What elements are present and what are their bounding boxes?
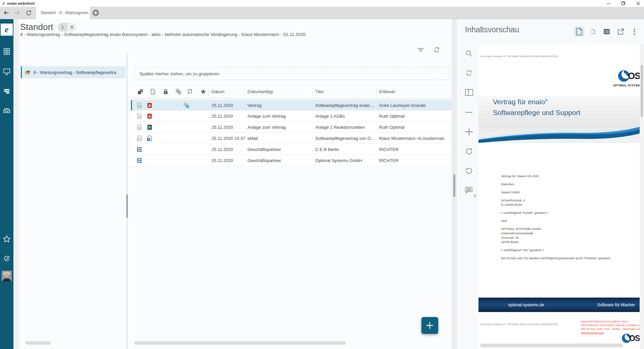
document-footer-bar: optimal-systems.de Software für Macher	[478, 298, 640, 312]
table-row[interactable]: O 25.11.2020 15:37... eMail Softwarepfle…	[131, 133, 452, 144]
table-row[interactable]: A 25.11.2020 Vertrag Softwarepflegevertr…	[131, 100, 452, 111]
titlebar: e enaio webclient	[0, 0, 644, 7]
enaio-app-icon: e	[3, 1, 5, 6]
table-row[interactable]: 25.11.2020 Geschäftspartner Optimal Syst…	[131, 155, 452, 166]
cell-titel: Softwarepflegevertrag enaio ...	[315, 103, 377, 108]
enaio-logo[interactable]: e	[1, 24, 13, 36]
group-hint-label: Spalten hierher ziehen, um zu gruppieren	[139, 71, 219, 76]
inbox-tray-icon[interactable]	[0, 104, 13, 116]
reload-icon[interactable]	[25, 9, 32, 16]
column-header-titel[interactable]: Titel	[315, 89, 323, 94]
comments-icon[interactable]: 0	[459, 184, 479, 197]
cell-titel: Anlage 1 AGBs	[315, 114, 377, 119]
sidebar-gutter	[13, 19, 19, 349]
user-avatar[interactable]	[0, 270, 13, 282]
preview-search-icon[interactable]	[459, 47, 479, 60]
preview-scrollbar-thumb[interactable]	[641, 65, 643, 117]
cell-datum: 25.11.2020	[212, 125, 245, 130]
restore-button[interactable]	[621, 1, 625, 5]
back-icon[interactable]	[3, 9, 10, 16]
forward-icon[interactable]	[13, 9, 21, 16]
cell-dokumenttyp: Geschäftspartner	[247, 147, 313, 152]
document-title-line2: Softwarepflege und Support	[493, 109, 580, 117]
cell-erfasser: RICHTER	[379, 147, 450, 152]
browser-tab[interactable]: Standort - 8 - Wartungsver...	[36, 7, 90, 19]
open-external-icon[interactable]	[615, 27, 626, 37]
preview-more-icon[interactable]	[629, 27, 639, 37]
cell-dokumenttyp: eMail	[247, 136, 313, 141]
tree-horizontal-scrollbar[interactable]	[25, 341, 51, 345]
column-header-erfasser[interactable]: Erfasser	[379, 89, 395, 94]
details-icon[interactable]	[602, 27, 612, 37]
badge-selected-count[interactable]: 1	[58, 23, 67, 32]
document-header-wave: Vertrag für enaio® Softwarepflege und Su…	[478, 96, 640, 143]
document-column-icon[interactable]: ?	[150, 89, 156, 94]
table-row[interactable]: 25.11.2020 Geschäftspartner C.E.B Berlin…	[131, 144, 452, 155]
table-horizontal-scrollbar[interactable]	[134, 341, 346, 345]
table-row[interactable]: A 25.11.2020 Anlage zum Vertrag Anlage 1…	[131, 111, 452, 122]
tree-item-label: 8 - Wartungsvertrag - Softwarepflegevert…	[34, 70, 121, 75]
optimal-systems-logo: OS	[617, 69, 640, 83]
table-header: ? Datum Dokumenttyp Titel Erfasser	[131, 86, 452, 99]
preview-vertical-scrollbar	[640, 45, 644, 349]
group-by-dropzone[interactable]: Spalten hierher ziehen, um zu gruppieren	[134, 67, 450, 80]
preview-refresh-icon[interactable]	[459, 66, 479, 80]
document-attachment-icon	[137, 135, 142, 141]
rotate-right-icon[interactable]	[459, 145, 479, 158]
refresh-icon[interactable]	[433, 46, 441, 53]
tree-item-wartungsvertrag[interactable]: 8 - Wartungsvertrag - Softwarepflegevert…	[21, 66, 126, 78]
hierarchy-icon	[137, 158, 142, 163]
office-preview-icon[interactable]	[588, 27, 598, 37]
rotate-left-icon[interactable]	[459, 164, 479, 178]
table-row[interactable]: 25.11.2020 Anlage zum Vertrag Anlage 2 R…	[131, 122, 452, 133]
cell-datum: 25.11.2020	[212, 103, 245, 108]
sidebar: e	[0, 19, 13, 349]
hierarchy-icon	[137, 147, 142, 152]
pane-scrollbar-thumb[interactable]	[126, 194, 128, 218]
cell-erfasser: Klaus Mustermann <k.musterman	[379, 136, 450, 141]
badge-total-count[interactable]: 6	[67, 23, 77, 32]
document-preview: DocuSign Envelope ID: 09F34A8E-5A48-416E…	[478, 45, 640, 349]
document-icon	[137, 113, 142, 119]
column-separator	[313, 88, 313, 95]
preview-horizontal-scrollbar[interactable]	[480, 344, 623, 347]
cell-erfasser: Anke Laumeyer-Grande	[379, 103, 450, 108]
column-header-dokumenttyp[interactable]: Dokumenttyp	[247, 89, 273, 94]
desktop-icon[interactable]	[0, 66, 13, 78]
object-type-column-icon[interactable]	[138, 89, 143, 94]
pdf-file-icon: A	[147, 103, 152, 108]
preview-panel-title: Inhaltsvorschau	[465, 25, 519, 34]
svg-text:A: A	[148, 104, 151, 108]
facing-pages-icon[interactable]	[459, 86, 479, 99]
cell-datum: 25.11.2020 15:37...	[212, 136, 245, 141]
cell-erfasser: Ruth Optimal	[379, 114, 450, 119]
recent-edits-icon[interactable]	[0, 253, 13, 265]
favorites-star-icon[interactable]	[0, 233, 13, 245]
content-preview-icon[interactable]	[574, 27, 584, 37]
main-scrollbar-thumb[interactable]	[453, 174, 455, 197]
cell-dokumenttyp: Geschäftspartner	[247, 158, 313, 163]
new-tab-icon[interactable]	[92, 9, 99, 16]
document-title-line1: Vertrag für enaio®	[493, 98, 548, 106]
list-actions	[417, 46, 457, 53]
favorite-column-icon[interactable]	[200, 89, 206, 94]
variants-column-icon[interactable]	[176, 89, 181, 94]
column-header-datum[interactable]: Datum	[212, 89, 224, 94]
cell-titel: C.E.B Berlin	[315, 147, 377, 152]
lock-column-icon[interactable]	[163, 89, 169, 94]
footer-right: Software für Macher	[597, 303, 635, 307]
cell-datum: 25.11.2020	[212, 114, 245, 119]
zoom-out-icon[interactable]	[459, 106, 479, 119]
zoom-in-icon[interactable]	[459, 125, 479, 139]
close-button[interactable]	[636, 1, 640, 5]
tab-title: Standort - 8 - Wartungsver...	[41, 10, 90, 15]
worklist-icon[interactable]	[0, 85, 13, 97]
document-icon	[137, 124, 142, 130]
location-breadcrumb: 8 - Wartungsvertrag - Softwarepflegevert…	[20, 32, 389, 37]
filter-icon[interactable]	[417, 46, 424, 53]
add-object-button[interactable]	[421, 317, 438, 334]
notes-column-icon[interactable]	[187, 89, 193, 94]
minimize-button[interactable]	[606, 1, 610, 5]
objects-cabinet-icon[interactable]	[0, 45, 13, 57]
svg-text:A: A	[148, 115, 151, 118]
